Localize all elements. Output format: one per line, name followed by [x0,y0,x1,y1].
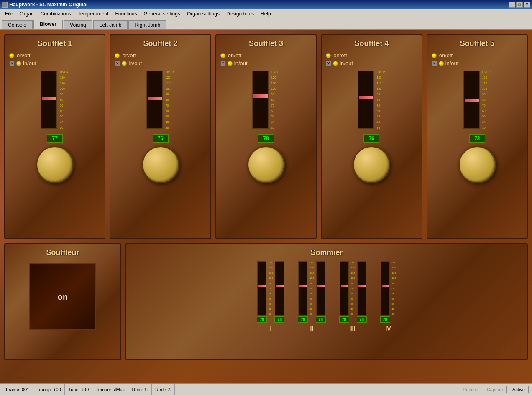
sommier-label-1: I [270,325,272,332]
soufflet-1-value: 77 [47,134,63,143]
menu-combinations[interactable]: Combinations [37,10,74,18]
sommier-2b-meter: 78 [316,261,326,323]
sommier-3a-slider[interactable] [340,261,349,316]
sommier-meters: 78 OV12011010090807060504030 78 I [130,261,523,332]
menu-general-settings[interactable]: General settings [140,10,183,18]
sommier-4a-thumb [382,285,389,287]
tab-right-jamb[interactable]: Right Jamb [128,20,166,29]
sommier-2a-scale: OV12011010090807060504030 [309,261,314,316]
status-frame: Frame: 001 [3,384,33,395]
sommier-3a-value: 78 [339,316,349,323]
soufflet-2-x-btn[interactable]: ✕ [115,61,120,66]
soufflet-1-led[interactable] [9,53,14,58]
soufflet-5-x-btn[interactable]: ✕ [432,61,437,66]
soufflet-3-slider[interactable] [252,71,269,129]
soufflet-2-slider[interactable] [146,71,163,129]
soufflet-3-scale: OVER12011010090807060504030 [270,71,280,129]
soufflet-5-inout-led[interactable] [439,61,444,66]
soufflet-5-knob[interactable] [458,146,496,183]
sommier-3a-meter: 78 [339,261,349,323]
soufflet-2-panel: Soufflet 2 on/off ✕ in/out OVER120110100… [110,34,211,239]
menu-design-tools[interactable]: Design tools [223,10,257,18]
soufflet-4-x-btn[interactable]: ✕ [326,61,331,66]
tab-blower[interactable]: Blower [33,20,63,29]
soufflet-4-slider[interactable] [358,71,374,129]
soufflet-1-inout-led[interactable] [16,61,21,66]
souffleur-box[interactable]: on [29,263,96,330]
sommier-group-3: 78 OV12011010090807060504030 78 III [339,261,367,332]
soufflet-2-value: 76 [153,134,169,143]
menu-help[interactable]: Help [257,10,274,18]
sommier-3b-value: 78 [357,316,367,323]
active-button[interactable]: Active [509,386,529,393]
tab-left-jamb[interactable]: Left Jamb [93,20,128,29]
soufflet-3-inout-led[interactable] [228,61,233,66]
bottom-row: Souffleur on Sommier 78 [4,243,528,360]
soufflet-3-inout-row: ✕ in/out [220,60,312,66]
sommier-4a-slider[interactable] [381,261,390,316]
titlebar-buttons[interactable]: _ □ ✕ [509,2,530,8]
sommier-1b-meter: 78 [274,261,284,323]
sommier-2a-meter: 78 [298,261,308,323]
menu-temperament[interactable]: Temperament [74,10,112,18]
sommier-group-4: 78 OV12011010090807060504030 IV [380,261,396,332]
sommier-2a-value: 78 [298,316,308,323]
soufflet-4-value: 76 [363,134,379,143]
soufflet-1-slider[interactable] [41,71,57,129]
soufflet-5-led[interactable] [432,53,437,58]
sommier-3b-slider[interactable] [357,261,366,316]
titlebar-title: Hauptwerk - St. Maximin Original [9,2,87,8]
soufflet-2-onoff-label: on/off [122,52,136,59]
close-button[interactable]: ✕ [524,2,530,8]
maximize-button[interactable]: □ [516,2,523,8]
sommier-4a-value: 78 [380,316,390,323]
soufflet-1-x-btn[interactable]: ✕ [9,61,15,66]
status-transp: Transp: +00 [33,384,65,395]
soufflet-3-led[interactable] [220,53,225,58]
sommier-2b-value: 78 [316,316,326,323]
record-button[interactable]: Record [459,386,481,393]
soufflet-4-inout-label: in/out [340,60,353,66]
soufflet-2-scale: OVER12011010090807060504030 [165,71,175,129]
soufflet-5-onoff-row: on/off [432,52,523,59]
menu-file[interactable]: File [2,10,16,18]
soufflet-2-onoff-row: on/off [115,52,206,59]
tab-voicing[interactable]: Voicing [64,20,92,29]
souffleur-title: Souffleur [46,248,79,257]
soufflet-1-inout-row: ✕ in/out [9,60,100,66]
sommier-title: Sommier [130,248,523,257]
sommier-spacer-2 [328,261,337,332]
soufflet-3-knob[interactable] [247,146,285,183]
sommier-group-2-meters: 78 OV12011010090807060504030 78 [298,261,325,323]
soufflet-2-knob[interactable] [142,146,179,183]
sommier-3a-scale: OV12011010090807060504030 [350,261,356,316]
titlebar-left: Hauptwerk - St. Maximin Original [2,2,87,8]
soufflet-5-slider[interactable] [463,71,480,129]
soufflet-4-knob[interactable] [353,146,390,183]
soufflet-1-knob[interactable] [36,146,74,183]
tab-console[interactable]: Console [2,20,33,29]
soufflet-5-title: Soufflet 5 [460,39,494,48]
soufflet-4-inout-row: ✕ in/out [326,60,417,66]
menu-organ-settings[interactable]: Organ settings [184,10,223,18]
soufflet-4-onoff-row: on/off [326,52,417,59]
capture-button[interactable]: Capture [483,386,507,393]
minimize-button[interactable]: _ [509,2,515,8]
soufflet-2-led[interactable] [115,53,120,58]
status-redir1: Redir 1: [128,384,152,395]
menu-organ[interactable]: Organ [16,10,37,18]
soufflet-5-inout-label: in/out [445,60,459,66]
soufflet-3-x-btn[interactable]: ✕ [220,61,226,66]
soufflet-2-meter: OVER12011010090807060504030 [146,71,175,129]
sommier-3b-thumb [358,285,366,287]
sommier-1b-slider[interactable] [275,261,284,316]
menu-functions[interactable]: Functions [112,10,140,18]
sommier-2b-slider[interactable] [316,261,325,316]
soufflet-2-inout-led[interactable] [122,61,127,66]
sommier-2a-slider[interactable] [298,261,307,316]
soufflet-4-led[interactable] [326,53,331,58]
sommier-1a-slider[interactable] [257,261,266,316]
soufflet-5-scale: OVER12011010090807060504030 [481,71,491,129]
soufflet-4-inout-led[interactable] [333,61,338,66]
sommier-2b-thumb [317,285,325,287]
